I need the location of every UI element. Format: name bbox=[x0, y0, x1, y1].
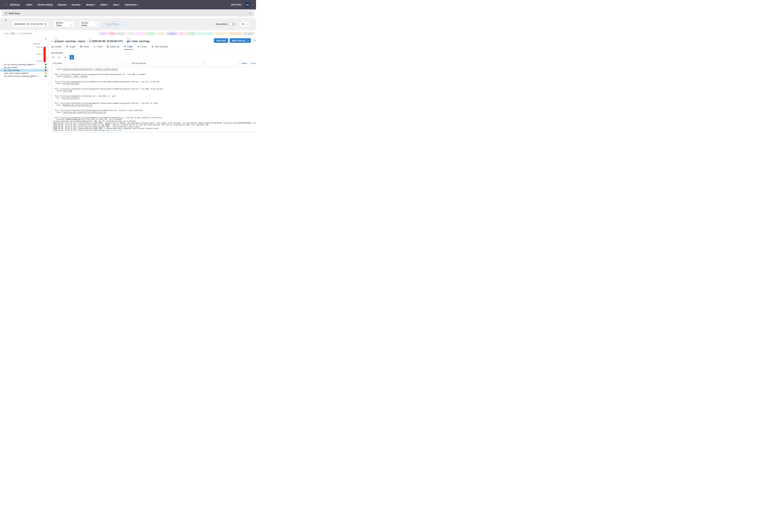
airflow-pinwheel-icon bbox=[3, 2, 9, 7]
chevron-up-icon bbox=[249, 13, 251, 14]
wrap-checkbox[interactable] bbox=[239, 62, 241, 64]
breadcrumb-separator: / bbox=[87, 40, 87, 43]
wrap-group: Wrap bbox=[239, 62, 247, 64]
nav-item-cluster-activity[interactable]: Cluster Activity bbox=[37, 4, 53, 6]
subbar: Press shift + / for Shortcuts deferred f… bbox=[0, 30, 256, 37]
chevron-down-icon: ▾ bbox=[95, 4, 95, 6]
breadcrumb-task: Task get_total_earnings bbox=[127, 38, 150, 43]
task-state-square bbox=[45, 67, 46, 68]
nav-item-astronomer[interactable]: Astronomer▾ bbox=[125, 4, 138, 6]
tab-gantt[interactable]: Gantt bbox=[80, 45, 89, 49]
legend-badge-up-for-reschedule: up_for_reschedule bbox=[197, 32, 214, 35]
dag-docs-accordion[interactable]: DAG Docs bbox=[2, 10, 254, 17]
legend-badge-removed: removed bbox=[126, 32, 135, 35]
legend-badge-up-for-retry: up_for_retry bbox=[215, 32, 227, 35]
shortcuts-hint: Press shift + / for Shortcuts bbox=[5, 32, 32, 35]
task-name-link[interactable]: get_total_earnings bbox=[127, 40, 150, 43]
nav-item-dags[interactable]: DAGs bbox=[26, 4, 32, 6]
double-chevron-right-icon[interactable]: » bbox=[51, 39, 53, 43]
file-sources-select[interactable]: All File Sources bbox=[130, 61, 206, 66]
auto-refresh-group: Auto-refresh 25 bbox=[216, 21, 249, 27]
nav-item-datasets[interactable]: Datasets bbox=[58, 4, 67, 6]
axis-tick: 00:00:28 bbox=[36, 46, 42, 48]
task-row-get-key-metrics[interactable]: get_key_metrics bbox=[0, 66, 48, 69]
log-controls: All Levels All File Sources Wrap Downloa… bbox=[51, 61, 256, 66]
task-state-square bbox=[45, 64, 46, 65]
duration-axis-title: Duration bbox=[33, 43, 40, 45]
log-last-line: [2025-05-09, 19:23:23 UTC] {local_task_j… bbox=[53, 129, 256, 131]
brand-name: Airflow bbox=[10, 3, 20, 7]
download-log-link[interactable]: Download bbox=[250, 62, 256, 64]
attempt-3-button[interactable]: 3 bbox=[63, 55, 67, 59]
duration-axis: 00:00:28 00:00:14 00:00:00 bbox=[36, 46, 42, 62]
task-row-set-up-internal-reporting-platform[interactable]: set_up_internal_reporting_platform ↗ bbox=[0, 63, 48, 66]
task-row-tear-down-internal-reporting-platform[interactable]: tear_down_internal_reporting_platform ↘ bbox=[0, 75, 48, 78]
legend-badge-deferred: deferred bbox=[99, 32, 108, 35]
run-link[interactable]: 2025-05-09, 19:00:00 UTC bbox=[89, 40, 123, 43]
attempt-selector: 1 2 3 4 bbox=[51, 55, 256, 60]
tab-audit-log[interactable]: Audit Log bbox=[107, 45, 119, 49]
legend-badge-failed: failed bbox=[109, 32, 116, 35]
legend-badge-queued: queued bbox=[116, 32, 125, 35]
axis-tick: 00:00:00 bbox=[36, 60, 42, 62]
run-datetime-picker[interactable]: 05/09/2025 07:41:50 PM bbox=[12, 21, 48, 27]
attempt-2-button[interactable]: 2 bbox=[57, 55, 61, 59]
shift-key: shift bbox=[10, 32, 15, 35]
tab-details[interactable]: Details bbox=[51, 45, 62, 49]
nav-item-docs[interactable]: Docs▾ bbox=[113, 4, 120, 6]
collapse-filters-icon[interactable] bbox=[5, 19, 7, 21]
run-states-select[interactable]: All Run States bbox=[79, 21, 99, 27]
nav-item-security[interactable]: Security▾ bbox=[71, 4, 81, 6]
dag-name-link[interactable]: prepare_earnings_report bbox=[54, 40, 85, 43]
legend-badge-success: success bbox=[187, 32, 196, 35]
task-state-square bbox=[45, 73, 46, 74]
task-row-send-mails-internal-platform[interactable]: send_mails_internal_platform bbox=[0, 72, 48, 75]
chevron-down-icon bbox=[71, 23, 73, 25]
log-levels-select[interactable]: All Levels bbox=[51, 61, 128, 66]
clear-task-button[interactable]: Clear task bbox=[214, 38, 228, 43]
nav-item-browse[interactable]: Browse▾ bbox=[86, 4, 95, 6]
legend-badge-shutdown: shutdown bbox=[167, 32, 177, 35]
collapse-sidebar-icon[interactable]: « bbox=[45, 37, 46, 40]
xcom-icon bbox=[137, 45, 139, 48]
timezone-selector[interactable]: 19:57 UTC ▾ bbox=[231, 4, 243, 6]
task-row-get-total-earnings[interactable]: get_total_earnings bbox=[0, 69, 48, 72]
tab-logs[interactable]: Logs bbox=[124, 45, 133, 50]
tab-code[interactable]: Code bbox=[93, 45, 103, 49]
log-group-end-link[interactable]: ▲▲▲ Log group end bbox=[106, 129, 121, 131]
tab-task-duration[interactable]: Task Duration bbox=[151, 45, 168, 49]
user-avatar[interactable]: AU bbox=[245, 2, 250, 8]
audit-log-icon bbox=[107, 45, 109, 48]
breadcrumb-header: » DAG prepare_earnings_report / Run 2025… bbox=[51, 37, 256, 43]
page-size-select[interactable]: 25 bbox=[240, 21, 249, 27]
calendar-icon bbox=[27, 23, 29, 25]
info-icon bbox=[5, 12, 7, 15]
clear-filters-button[interactable]: Clear Filters bbox=[104, 21, 121, 27]
chevron-down-icon: ▾ bbox=[81, 4, 81, 6]
hourglass-icon bbox=[151, 45, 153, 48]
filter-row: 05/09/2025 07:41:50 PM All Run Types All… bbox=[0, 18, 256, 30]
grid-sidebar: « Duration 00:00:28 00:00:14 00:00:00 se… bbox=[0, 37, 49, 133]
date-value: 05/09/2025 bbox=[14, 23, 25, 25]
run-duration-bar[interactable] bbox=[43, 47, 45, 62]
nav-item-admin[interactable]: Admin▾ bbox=[100, 4, 108, 6]
auto-refresh-toggle[interactable] bbox=[229, 23, 235, 26]
content: « Duration 00:00:28 00:00:14 00:00:00 se… bbox=[0, 37, 256, 133]
attempt-4-button[interactable]: 4 bbox=[69, 55, 74, 60]
airflow-logo[interactable]: Airflow bbox=[3, 2, 20, 7]
attempt-1-button[interactable]: 1 bbox=[51, 55, 55, 59]
navbar: Airflow DAGs Cluster Activity Datasets S… bbox=[0, 0, 256, 9]
chevron-down-icon[interactable]: ▾ bbox=[252, 4, 253, 6]
chevron-down-icon bbox=[246, 23, 248, 25]
filter-dag-by-task-button[interactable]: Filter DAG by task▾ bbox=[252, 38, 256, 43]
tab-graph[interactable]: Graph bbox=[66, 45, 76, 49]
mark-state-button[interactable]: Mark state as...▾ bbox=[230, 38, 251, 43]
tab-xcom[interactable]: XCom bbox=[137, 45, 147, 49]
task-state-square bbox=[45, 75, 46, 77]
breadcrumb: DAG prepare_earnings_report / Run 2025-0… bbox=[54, 38, 150, 43]
run-types-select[interactable]: All Run Types bbox=[54, 21, 74, 27]
task-state-square bbox=[45, 70, 46, 71]
breadcrumb-run: Run 2025-05-09, 19:00:00 UTC bbox=[89, 38, 123, 43]
warning-icon bbox=[51, 45, 54, 48]
wrap-label: Wrap bbox=[242, 62, 247, 64]
